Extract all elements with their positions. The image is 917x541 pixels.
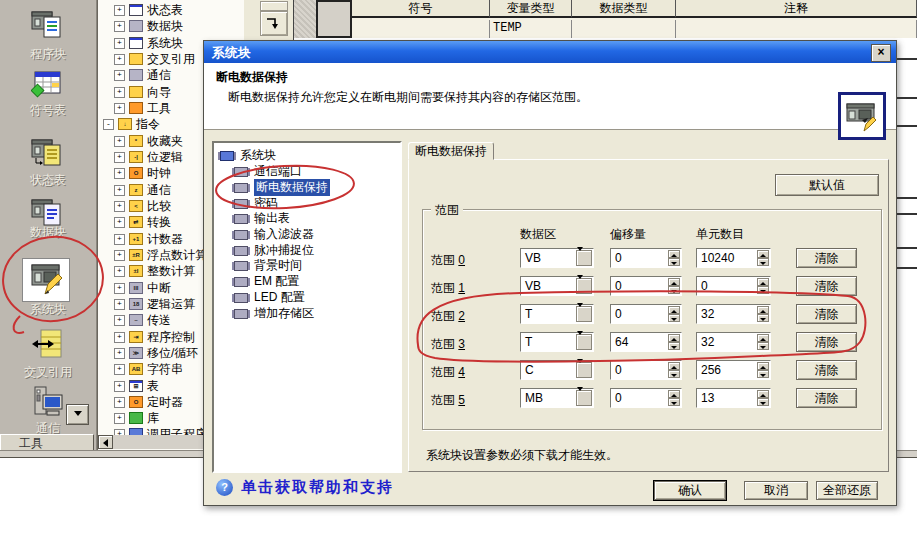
col-header-var-type[interactable]: 变量类型 xyxy=(490,0,572,18)
dialog-tree-item-em-config[interactable]: EM 配置 xyxy=(231,274,299,289)
spin-up-icon[interactable] xyxy=(757,306,769,314)
tree-item-wizard[interactable]: +向导 xyxy=(114,84,171,100)
tree-item-float-math[interactable]: +±R浮点数计算 xyxy=(114,247,207,263)
tree-item-integer-math[interactable]: +±I整数计算 xyxy=(114,263,195,279)
expand-toggle[interactable]: + xyxy=(114,5,125,16)
spin-down-icon[interactable] xyxy=(668,398,680,406)
expand-toggle[interactable]: + xyxy=(114,152,125,163)
expand-toggle[interactable]: + xyxy=(114,250,125,261)
expand-toggle[interactable]: + xyxy=(114,217,125,228)
tree-item-tools[interactable]: +工具 xyxy=(114,100,171,116)
dropdown-arrow-icon[interactable] xyxy=(576,362,592,378)
tree-item-data-block[interactable]: +数据块 xyxy=(114,18,183,34)
expand-toggle[interactable]: + xyxy=(114,266,125,277)
expand-toggle[interactable]: + xyxy=(114,332,125,343)
tree-item-move[interactable]: +~传送 xyxy=(114,312,171,328)
scroll-left-button[interactable] xyxy=(98,435,113,449)
units-input[interactable]: 32 xyxy=(696,304,771,324)
dropdown-arrow-icon[interactable] xyxy=(576,250,592,266)
sidebar-scroll-down-button[interactable] xyxy=(66,404,89,425)
offset-input[interactable]: 0 xyxy=(610,388,682,408)
spin-up-icon[interactable] xyxy=(668,334,680,342)
spin-down-icon[interactable] xyxy=(757,286,769,294)
tree-item-table[interactable]: +⊞表 xyxy=(114,378,159,394)
data-area-select[interactable]: VB xyxy=(520,248,594,268)
offset-input[interactable]: 64 xyxy=(610,332,682,352)
dialog-titlebar[interactable]: 系统块 × xyxy=(204,41,896,63)
spin-down-icon[interactable] xyxy=(668,286,680,294)
tree-item-communications2[interactable]: +z通信 xyxy=(114,182,171,198)
spin-down-icon[interactable] xyxy=(757,314,769,322)
spin-down-icon[interactable] xyxy=(757,398,769,406)
spin-up-icon[interactable] xyxy=(757,362,769,370)
spin-down-icon[interactable] xyxy=(757,258,769,266)
expand-toggle[interactable]: + xyxy=(114,168,125,179)
tools-band-header[interactable]: 工具 xyxy=(0,434,94,451)
dialog-tree-item-retentive-data[interactable]: 断电数据保持 xyxy=(231,180,330,195)
expand-toggle[interactable]: + xyxy=(114,234,125,245)
tree-item-clock[interactable]: +O时钟 xyxy=(114,165,171,181)
spin-down-icon[interactable] xyxy=(668,314,680,322)
spin-up-icon[interactable] xyxy=(668,390,680,398)
col-header-symbol[interactable]: 符号 xyxy=(352,0,490,18)
units-input[interactable]: 256 xyxy=(696,360,771,380)
spin-up-icon[interactable] xyxy=(668,250,680,258)
expand-toggle[interactable]: + xyxy=(114,381,125,392)
dialog-tree-item-background-time[interactable]: 背景时间 xyxy=(231,258,302,273)
spin-down-icon[interactable] xyxy=(668,342,680,350)
expand-toggle[interactable]: + xyxy=(114,283,125,294)
spin-up-icon[interactable] xyxy=(757,334,769,342)
dialog-tree-root[interactable]: 系统块 xyxy=(217,148,276,163)
tree-item-shift-rotate[interactable]: +≫移位/循环 xyxy=(114,345,198,361)
spin-down-icon[interactable] xyxy=(757,370,769,378)
cell-symbol[interactable] xyxy=(352,20,490,38)
spin-up-icon[interactable] xyxy=(668,306,680,314)
dropdown-arrow-icon[interactable] xyxy=(576,278,592,294)
clear-button[interactable]: 清除 xyxy=(796,248,857,268)
data-area-select[interactable]: C xyxy=(520,360,594,380)
spin-up-icon[interactable] xyxy=(757,390,769,398)
tree-item-interrupt[interactable]: +III中断 xyxy=(114,280,171,296)
spin-up-icon[interactable] xyxy=(757,278,769,286)
dialog-tree-item-add-memory[interactable]: 增加存储区 xyxy=(231,306,314,321)
units-input[interactable]: 13 xyxy=(696,388,771,408)
dialog-tree-item-pulse-catch[interactable]: 脉冲捕捉位 xyxy=(231,243,314,258)
tab-retentive-data[interactable]: 断电数据保持 xyxy=(408,142,494,160)
offset-input[interactable]: 0 xyxy=(610,304,682,324)
expand-toggle[interactable]: + xyxy=(114,413,125,424)
sidebar-item-cross-reference[interactable] xyxy=(0,328,96,362)
tree-item-libraries[interactable]: +库 xyxy=(114,410,159,426)
help-icon[interactable]: ? xyxy=(216,479,233,496)
tree-item-timers[interactable]: +O定时器 xyxy=(114,394,183,410)
cancel-button[interactable]: 取消 xyxy=(744,481,808,500)
dropdown-arrow-icon[interactable] xyxy=(576,334,592,350)
tree-item-cross-reference[interactable]: +交叉引用 xyxy=(114,51,195,67)
sidebar-item-system-block[interactable] xyxy=(0,262,96,296)
expand-toggle[interactable]: + xyxy=(114,185,125,196)
expand-toggle[interactable]: + xyxy=(114,54,125,65)
dialog-tree-item-output-table[interactable]: 输出表 xyxy=(231,211,290,226)
spin-up-icon[interactable] xyxy=(668,362,680,370)
clear-button[interactable]: 清除 xyxy=(796,276,857,296)
col-header-comment[interactable]: 注释 xyxy=(676,0,917,18)
tree-item-counters[interactable]: ++1计数器 xyxy=(114,231,183,247)
expand-toggle[interactable]: + xyxy=(114,70,125,81)
tree-item-program-control[interactable]: +⇥程序控制 xyxy=(114,329,195,345)
cell-data-type[interactable] xyxy=(572,20,676,38)
expand-toggle[interactable]: + xyxy=(114,299,125,310)
collapse-toggle[interactable]: - xyxy=(103,119,114,130)
clear-button[interactable]: 清除 xyxy=(796,360,857,380)
dialog-tree-item-input-filter[interactable]: 输入滤波器 xyxy=(231,227,314,242)
spin-down-icon[interactable] xyxy=(668,370,680,378)
units-input[interactable]: 0 xyxy=(696,276,771,296)
spin-down-icon[interactable] xyxy=(757,342,769,350)
dialog-tree-item-comm-port[interactable]: 通信端口 xyxy=(231,164,302,179)
toolbar-grip[interactable] xyxy=(260,1,288,11)
expand-toggle[interactable]: + xyxy=(114,315,125,326)
expand-toggle[interactable]: + xyxy=(114,38,125,49)
expand-toggle[interactable]: + xyxy=(114,21,125,32)
expand-toggle[interactable]: + xyxy=(114,397,125,408)
default-values-button[interactable]: 默认值 xyxy=(775,174,879,196)
units-input[interactable]: 10240 xyxy=(696,248,771,268)
tree-item-instructions[interactable]: -↓指令 xyxy=(103,116,160,132)
